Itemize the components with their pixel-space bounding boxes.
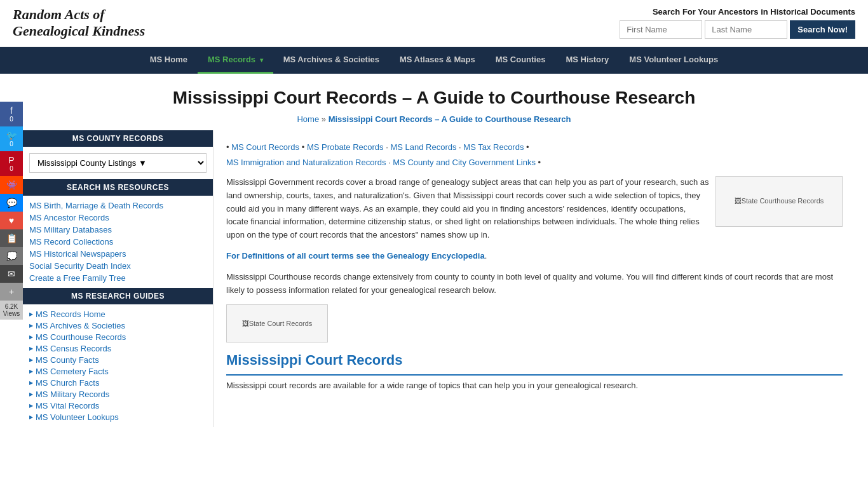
link-probate-records[interactable]: MS Probate Records xyxy=(307,142,384,152)
guide-volunteer-lookups[interactable]: MS Volunteer Lookups xyxy=(29,412,207,422)
link-military-databases[interactable]: MS Military Databases xyxy=(29,225,207,234)
link-county-city-gov[interactable]: MS County and City Government Links xyxy=(393,158,536,167)
link-record-collections[interactable]: MS Record Collections xyxy=(29,237,207,247)
content-body: 🖼 State Courthouse Records Mississippi G… xyxy=(226,176,843,392)
guide-records-home[interactable]: MS Records Home xyxy=(29,309,207,319)
link-immigration-records[interactable]: MS Immigration and Naturalization Record… xyxy=(226,158,386,167)
county-dropdown-area: Mississippi County Listings ▼ xyxy=(23,147,213,179)
sidebar: MS COUNTY RECORDS Mississippi County Lis… xyxy=(23,130,214,427)
guide-census-records[interactable]: MS Census Records xyxy=(29,344,207,353)
courthouse-image: 🖼 State Courthouse Records xyxy=(715,176,843,227)
link-land-records[interactable]: MS Land Records xyxy=(390,142,456,152)
facebook-share-button[interactable]: f 0 xyxy=(0,102,23,126)
link-ancestor-records[interactable]: MS Ancestor Records xyxy=(29,213,207,222)
nav-ms-home[interactable]: MS Home xyxy=(140,47,198,74)
content-para-link: For Definitions of all court terms see t… xyxy=(226,250,843,263)
copy-icon: 📋 xyxy=(6,233,17,243)
page-title: Mississippi Court Records – A Guide to C… xyxy=(38,86,830,109)
copy-button[interactable]: 📋 xyxy=(0,229,23,247)
site-header: Random Acts of Genealogical Kindness Sea… xyxy=(0,0,868,47)
guide-military-records[interactable]: MS Military Records xyxy=(29,390,207,399)
page-title-area: Mississippi Court Records – A Guide to C… xyxy=(0,74,868,130)
reddit-share-button[interactable]: 👾 xyxy=(0,176,23,194)
messenger-share-button[interactable]: 💬 xyxy=(0,194,23,212)
research-guides-title: MS RESEARCH GUIDES xyxy=(23,288,213,304)
heart-icon: ♥ xyxy=(9,215,14,226)
search-now-button[interactable]: Search Now! xyxy=(790,20,855,39)
content-quick-links: • MS Court Records • MS Probate Records … xyxy=(226,140,843,170)
last-name-input[interactable] xyxy=(705,20,787,39)
email-icon: ✉ xyxy=(8,269,15,279)
county-records-title: MS COUNTY RECORDS xyxy=(23,130,213,147)
comment-button[interactable]: 💭 xyxy=(0,247,23,265)
county-dropdown[interactable]: Mississippi County Listings ▼ xyxy=(29,153,207,173)
guide-county-facts[interactable]: MS County Facts xyxy=(29,355,207,365)
reddit-icon: 👾 xyxy=(6,180,17,190)
state-court-image: 🖼 State Court Records xyxy=(226,304,328,342)
link-historical-newspapers[interactable]: MS Historical Newspapers xyxy=(29,249,207,259)
link-create-family-tree[interactable]: Create a Free Family Tree xyxy=(29,273,207,283)
search-title: Search For Your Ancestors in Historical … xyxy=(620,7,855,17)
site-logo: Random Acts of Genealogical Kindness xyxy=(13,6,145,40)
social-sidebar: f 0 🐦 0 P 0 👾 💬 ♥ 📋 💭 ✉ + 6.2K Views xyxy=(0,102,23,320)
link-ssdi[interactable]: Social Security Death Index xyxy=(29,261,207,271)
main-content: • MS Court Records • MS Probate Records … xyxy=(214,130,855,427)
breadcrumb-home[interactable]: Home xyxy=(297,114,319,124)
search-resource-links: MS Birth, Marriage & Death Records MS An… xyxy=(23,196,213,288)
plus-icon: + xyxy=(9,287,14,297)
breadcrumb: Home » Mississippi Court Records – A Gui… xyxy=(38,114,830,124)
messenger-icon: 💬 xyxy=(6,198,17,208)
pinterest-icon: P xyxy=(8,155,14,165)
twitter-icon: 🐦 xyxy=(6,130,17,140)
main-layout: MS COUNTY RECORDS Mississippi County Lis… xyxy=(0,130,868,427)
content-para3: Mississippi court records are available … xyxy=(226,379,843,393)
link-birth-marriage-death[interactable]: MS Birth, Marriage & Death Records xyxy=(29,201,207,210)
link-tax-records[interactable]: MS Tax Records xyxy=(463,142,524,152)
email-share-button[interactable]: ✉ xyxy=(0,265,23,283)
guide-vital-records[interactable]: MS Vital Records xyxy=(29,401,207,410)
nav-ms-counties[interactable]: MS Counties xyxy=(485,47,556,74)
twitter-share-button[interactable]: 🐦 0 xyxy=(0,126,23,151)
header-search: Search For Your Ancestors in Historical … xyxy=(620,7,855,39)
first-name-input[interactable] xyxy=(620,20,702,39)
nav-ms-archives[interactable]: MS Archives & Societies xyxy=(273,47,390,74)
nav-ms-history[interactable]: MS History xyxy=(555,47,619,74)
comment-icon: 💭 xyxy=(6,251,17,261)
views-count: 6.2K Views xyxy=(0,301,23,320)
link-court-records[interactable]: MS Court Records xyxy=(231,142,299,152)
guide-archives-societies[interactable]: MS Archives & Societies xyxy=(29,321,207,330)
genealogy-encyclopedia-link[interactable]: For Definitions of all court terms see t… xyxy=(226,251,485,261)
breadcrumb-current: Mississippi Court Records – A Guide to C… xyxy=(329,114,571,124)
guide-cemetery-facts[interactable]: MS Cemetery Facts xyxy=(29,367,207,376)
more-share-button[interactable]: + xyxy=(0,283,23,301)
guide-courthouse-records[interactable]: MS Courthouse Records xyxy=(29,332,207,342)
research-guide-links: MS Records Home MS Archives & Societies … xyxy=(23,304,213,427)
search-resources-title: SEARCH MS RESOURCES xyxy=(23,179,213,196)
nav-ms-volunteer[interactable]: MS Volunteer Lookups xyxy=(619,47,728,74)
content-para2: Mississippi Courthouse records change ex… xyxy=(226,271,843,297)
nav-ms-atlases[interactable]: MS Atlases & Maps xyxy=(390,47,485,74)
main-nav: MS Home MS Records ▾ MS Archives & Socie… xyxy=(0,47,868,74)
dropdown-arrow-icon: ▾ xyxy=(260,57,263,64)
guide-church-facts[interactable]: MS Church Facts xyxy=(29,378,207,388)
pinterest-share-button[interactable]: P 0 xyxy=(0,151,23,176)
ms-court-records-heading: Mississippi Court Records xyxy=(226,349,843,375)
facebook-icon: f xyxy=(10,105,13,116)
heart-button[interactable]: ♥ xyxy=(0,212,23,229)
nav-ms-records[interactable]: MS Records ▾ xyxy=(198,47,273,74)
